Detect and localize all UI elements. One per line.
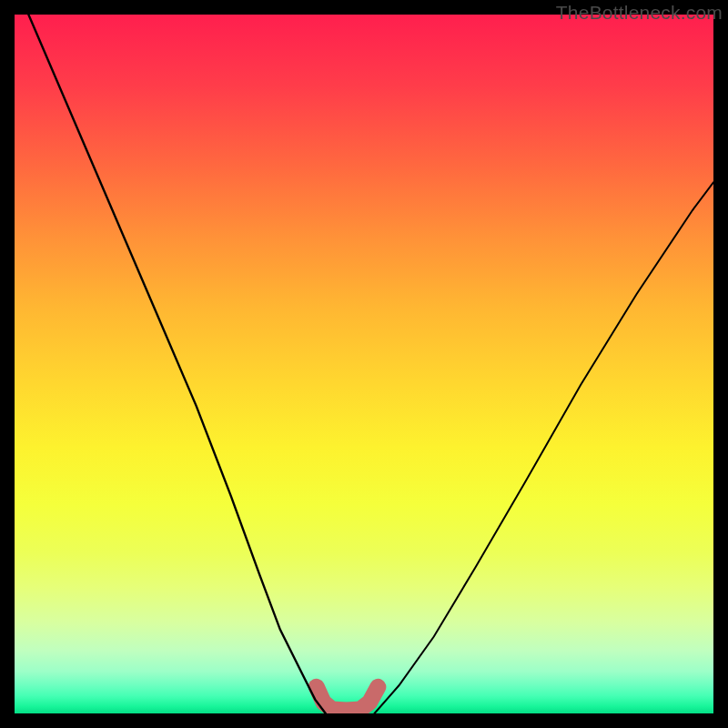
- left-curve-path: [28, 15, 325, 713]
- curve-layer: [15, 15, 713, 713]
- right-curve-path: [375, 182, 713, 713]
- watermark-text: TheBottleneck.com: [556, 2, 723, 24]
- chart-frame: TheBottleneck.com: [0, 0, 728, 728]
- plot-area: [15, 15, 713, 713]
- floor-marker-path: [317, 687, 379, 711]
